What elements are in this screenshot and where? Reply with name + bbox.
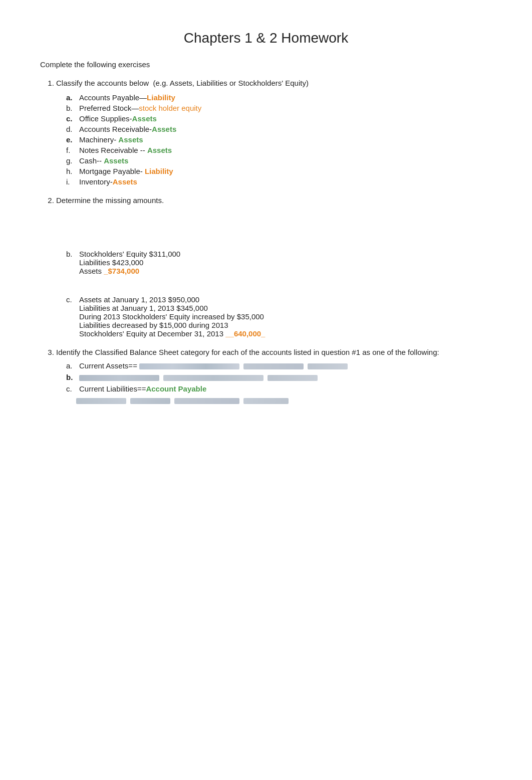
part-c-line-2: Liabilities at January 1, 2013 $345,000 [79,304,265,312]
list-item: h. Mortgage Payable- Liability [66,167,492,175]
q3-a-label: a. [66,361,76,370]
item-label: f. [66,146,76,154]
item-answer: stock holder equity [139,104,201,112]
question-3-text: Identify the Classified Balance Sheet ca… [56,348,439,356]
part-c-label: c. [66,295,76,304]
item-answer: Assets [104,156,128,165]
list-item: a. Accounts Payable—Liability [66,93,492,102]
item-text: Mortgage Payable- Liability [79,167,173,175]
item-label: d. [66,125,76,133]
item-label: g. [66,156,76,165]
question-1: Classify the accounts below (e.g. Assets… [56,79,492,186]
part-b-answer: _$734,000 [104,267,139,275]
item-answer: Assets [152,125,176,133]
q3-item-c: c. Current Liabilities==Account Payable [66,384,492,393]
q3-item-a: a. Current Assets== [66,361,492,370]
part-c-answer: __640,000_ [225,329,265,338]
part-c-line-3: During 2013 Stockholders' Equity increas… [79,312,265,321]
question-2-text: Determine the missing amounts. [56,196,164,205]
list-item: e. Machinery- Assets [66,135,492,144]
item-label: h. [66,167,76,175]
question-2-part-b: b. Stockholders' Equity $311,000 Liabili… [56,250,492,275]
part-c-line-4: Liabilities decreased by $15,000 during … [79,321,265,329]
item-text: Cash-- Assets [79,156,128,165]
item-label: e. [66,135,76,144]
intro-text: Complete the following exercises [40,60,492,69]
part-c-line-5: Stockholders' Equity at December 31, 201… [79,329,265,338]
part-b-content: Stockholders' Equity $311,000 Liabilitie… [79,250,180,275]
item-label: b. [66,104,76,112]
list-item: f. Notes Receivable -- Assets [66,146,492,154]
list-item: i. Inventory-Assets [66,177,492,186]
list-item: d. Accounts Receivable-Assets [66,125,492,133]
q3-item-b: b. [66,373,492,381]
item-label: a. [66,93,76,102]
item-answer: Assets [147,146,172,154]
list-item: g. Cash-- Assets [66,156,492,165]
item-text: Preferred Stock—stock holder equity [79,104,201,112]
q3-b-label: b. [66,373,76,381]
item-answer: Assets [113,177,137,186]
part-b-line-1: Stockholders' Equity $311,000 [79,250,180,258]
q3-bottom-blurred [66,398,492,404]
part-c-content: Assets at January 1, 2013 $950,000 Liabi… [79,295,265,338]
item-label: c. [66,114,76,123]
question-3: Identify the Classified Balance Sheet ca… [56,348,492,404]
page-title: Chapters 1 & 2 Homework [40,30,492,46]
item-answer: Liability [147,93,175,102]
part-b-line-2: Liabilities $423,000 [79,258,180,267]
part-b-line-3: Assets _$734,000 [79,267,180,275]
list-item: b. Preferred Stock—stock holder equity [66,104,492,112]
part-b-label: b. [66,250,76,258]
q3-b-text [79,373,318,381]
item-text: Inventory-Assets [79,177,137,186]
item-answer: Assets [118,135,143,144]
question-2-part-c: c. Assets at January 1, 2013 $950,000 Li… [56,295,492,338]
question-1-text: Classify the accounts below (e.g. Assets… [56,79,309,87]
q3-c-text: Current Liabilities==Account Payable [79,384,206,393]
q3-c-label: c. [66,384,76,393]
item-answer: Assets [132,114,157,123]
item-text: Office Supplies-Assets [79,114,157,123]
item-label: i. [66,177,76,186]
item-text: Notes Receivable -- Assets [79,146,172,154]
item-answer: Liability [145,167,173,175]
item-text: Accounts Payable—Liability [79,93,175,102]
list-item: c. Office Supplies-Assets [66,114,492,123]
part-c-line-1: Assets at January 1, 2013 $950,000 [79,295,265,304]
q3-a-text: Current Assets== [79,361,348,370]
item-text: Machinery- Assets [79,135,143,144]
question-2: Determine the missing amounts. b. Stockh… [56,196,492,338]
item-text: Accounts Receivable-Assets [79,125,176,133]
q3-c-answer: Account Payable [146,384,206,393]
